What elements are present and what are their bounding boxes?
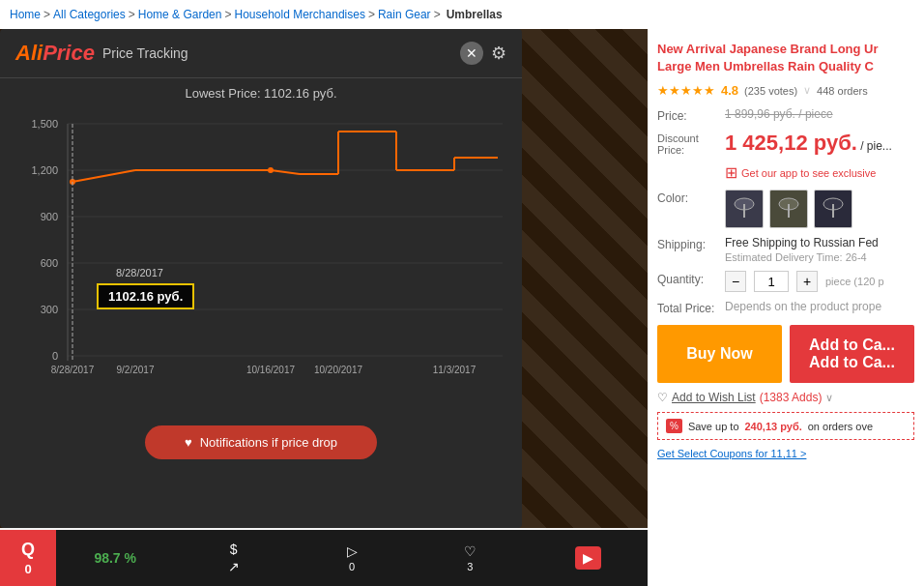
discount-value: 1 425,12 руб. / pie... (725, 131, 892, 156)
coupon-link-row: Get Select Coupons for 11,11 > (657, 444, 914, 461)
play-icon: ▷ (347, 543, 358, 559)
svg-text:1,200: 1,200 (31, 164, 58, 176)
bottom-play-item[interactable]: ▷ 0 (293, 543, 411, 572)
heart-count: 3 (467, 561, 473, 572)
total-value: Depends on the product prope (725, 300, 881, 313)
quantity-row: Quantity: − 1 + piece (120 p (657, 271, 914, 292)
breadcrumb-current: Umbrellas (447, 8, 503, 21)
bottom-heart-item[interactable]: ♡ 3 (411, 543, 529, 572)
color-option-1[interactable] (725, 190, 764, 228)
buy-now-button[interactable]: Buy Now (657, 325, 782, 383)
wishlist-row: ♡ Add to Wish List (1383 Adds) ∨ (657, 391, 914, 404)
notification-btn-label: Notifications if price drop (200, 435, 337, 450)
price-label: Price: (657, 107, 725, 123)
coupon-text: Save up to (688, 421, 739, 432)
breadcrumb-home[interactable]: Home (10, 8, 41, 21)
coupon-icon: % (666, 419, 682, 433)
chart-svg: 1,500 1,200 900 600 300 0 (10, 104, 512, 414)
svg-line-14 (72, 170, 135, 182)
shipping-sub: Estimated Delivery Time: 26-4 (725, 251, 879, 263)
wishlist-icon: ♡ (657, 391, 668, 404)
bottom-percent-item[interactable]: 98.7 % (56, 550, 174, 566)
svg-text:900: 900 (41, 211, 58, 222)
svg-text:0: 0 (52, 350, 58, 362)
breadcrumb-rain-gear[interactable]: Rain Gear (378, 8, 431, 21)
tooltip-date: 8/28/2017 (116, 267, 163, 278)
aliprice-header: AliPrice Price Tracking ✕ ⚙ (0, 29, 522, 78)
color-label: Color: (657, 190, 725, 205)
product-panel: New Arrival Japanese Brand Long Ur Large… (648, 29, 924, 586)
rating-number: 4.8 (721, 83, 738, 98)
color-option-3[interactable] (814, 190, 852, 228)
notification-button[interactable]: ♥ Notifications if price drop (145, 425, 377, 459)
rating-votes: (235 votes) (744, 85, 797, 97)
heart-bottom-icon: ♡ (464, 543, 476, 559)
price-chart: 1,500 1,200 900 600 300 0 (10, 104, 512, 414)
qty-value[interactable]: 1 (754, 271, 789, 292)
rating-row: ★★★★★ 4.8 (235 votes) ∨ 448 orders (657, 83, 914, 98)
qty-controls: − 1 + piece (120 p (725, 271, 884, 292)
bottom-youtube-item[interactable]: ▶ (530, 546, 648, 570)
total-label: Total Price: (657, 300, 725, 315)
notification-btn-container: ♥ Notifications if price drop (0, 418, 522, 467)
shipping-label: Shipping: (657, 236, 725, 251)
qr-icon: ⊞ (725, 163, 737, 182)
breadcrumb-sep3: > (224, 8, 231, 21)
q-count: 0 (24, 562, 31, 576)
wishlist-link[interactable]: Add to Wish List (672, 391, 756, 404)
wishlist-count: (1383 Adds) (760, 391, 823, 404)
discount-price: 1 425,12 руб. (725, 131, 857, 155)
discount-label: Discount Price: (657, 131, 725, 156)
discount-row: Discount Price: 1 425,12 руб. / pie... (657, 131, 914, 156)
promo-row: ⊞ Get our app to see exclusive (657, 163, 914, 182)
aliprice-panel: AliPrice Price Tracking ✕ ⚙ Lowest Price… (0, 29, 522, 528)
svg-text:600: 600 (41, 257, 58, 269)
original-price: 1 899,96 руб. / piece (725, 107, 833, 121)
heart-icon: ♥ (185, 435, 192, 450)
breadcrumb-household[interactable]: Household Merchandises (234, 8, 364, 21)
stars-icon: ★★★★★ (657, 83, 715, 98)
votes-chevron[interactable]: ∨ (803, 84, 811, 97)
lowest-price-label: Lowest Price: 1102.16 руб. (0, 78, 522, 104)
breadcrumb-sep2: > (129, 8, 135, 21)
breadcrumb: Home > All Categories > Home & Garden > … (0, 0, 924, 29)
q-icon: Q (21, 540, 35, 560)
coupon-suffix: on orders ove (808, 421, 873, 432)
coupon-row[interactable]: % Save up to 240,13 руб. on orders ove (657, 412, 914, 440)
svg-text:1,500: 1,500 (31, 118, 58, 130)
promo-label-spacer (657, 163, 725, 165)
qty-minus-button[interactable]: − (725, 271, 746, 292)
svg-line-17 (271, 170, 300, 174)
aliprice-title: Price Tracking (102, 45, 460, 61)
close-button[interactable]: ✕ (460, 42, 483, 65)
play-count: 0 (349, 561, 355, 572)
breadcrumb-home-garden[interactable]: Home & Garden (138, 8, 222, 21)
shipping-row: Shipping: Free Shipping to Russian Fed E… (657, 236, 914, 263)
svg-text:300: 300 (41, 304, 58, 315)
svg-text:9/2/2017: 9/2/2017 (117, 365, 155, 375)
aliprice-logo-ali: Ali (15, 41, 43, 66)
product-title: New Arrival Japanese Brand Long Ur Large… (657, 41, 914, 75)
add-to-cart-button[interactable]: Add to Ca... Add to Ca... (790, 325, 914, 383)
qr-promo[interactable]: ⊞ Get our app to see exclusive (725, 163, 876, 182)
aliprice-logo-price: Price (43, 41, 95, 66)
svg-text:10/16/2017: 10/16/2017 (246, 365, 295, 375)
breadcrumb-sep1: > (43, 8, 50, 21)
arrow-up-icon: ↗ (228, 559, 240, 574)
breadcrumb-all-categories[interactable]: All Categories (53, 8, 126, 21)
color-option-2[interactable] (769, 190, 808, 228)
bottom-q-item[interactable]: Q 0 (0, 530, 56, 586)
gear-icon[interactable]: ⚙ (491, 43, 506, 64)
svg-rect-34 (788, 204, 790, 218)
qty-plus-button[interactable]: + (796, 271, 818, 292)
orders-count: 448 orders (817, 85, 868, 97)
shipping-value-block: Free Shipping to Russian Fed Estimated D… (725, 236, 879, 263)
svg-text:10/20/2017: 10/20/2017 (314, 365, 362, 375)
bottom-price-item[interactable]: $ ↗ (174, 542, 292, 574)
wishlist-chevron[interactable]: ∨ (825, 392, 833, 404)
qty-sub: piece (120 p (825, 276, 884, 287)
coupon-link[interactable]: Get Select Coupons for 11,11 > (657, 448, 806, 459)
svg-rect-32 (743, 204, 745, 218)
svg-text:11/3/2017: 11/3/2017 (433, 365, 476, 375)
breadcrumb-sep4: > (368, 8, 375, 21)
